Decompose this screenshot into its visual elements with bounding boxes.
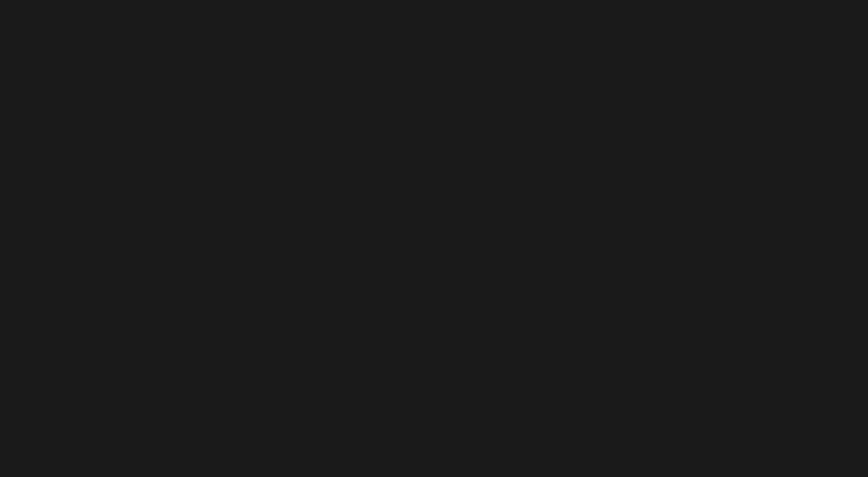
diagram (0, 0, 868, 477)
